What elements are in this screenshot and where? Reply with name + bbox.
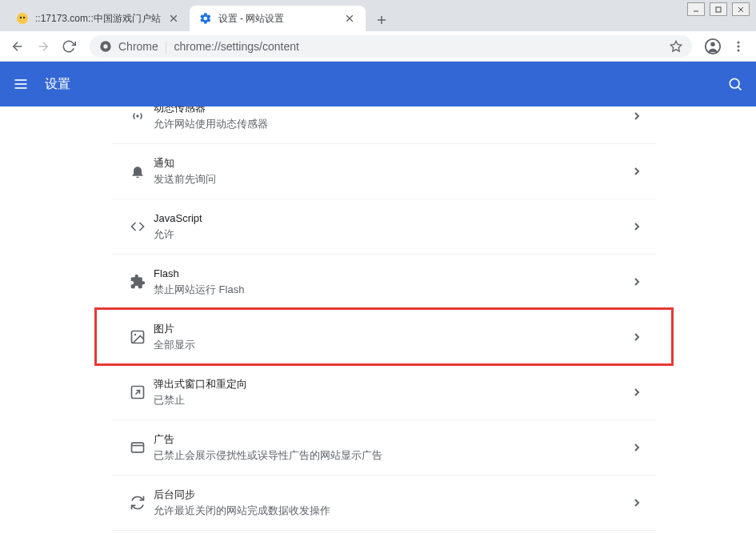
setting-subtitle: 已禁止 (154, 392, 634, 408)
svg-rect-1 (716, 7, 721, 12)
window-minimize[interactable] (687, 2, 705, 16)
setting-subtitle: 发送前先询问 (154, 171, 634, 187)
window-maximize[interactable] (710, 2, 727, 16)
setting-row-sensor[interactable]: 动态传感器允许网站使用动态传感器 (112, 106, 656, 143)
setting-row-code[interactable]: JavaScript允许 (112, 199, 656, 254)
svg-point-6 (23, 17, 25, 18)
image-icon (122, 329, 154, 345)
svg-marker-17 (670, 41, 681, 51)
tab-close-icon[interactable] (167, 12, 180, 25)
setting-title: 图片 (154, 321, 634, 337)
setting-subtitle: 允许网站使用动态传感器 (154, 116, 634, 132)
svg-point-22 (738, 49, 740, 51)
setting-title: 动态传感器 (154, 106, 634, 116)
tab-17173[interactable]: ::17173.com::中国游戏门户站 (6, 6, 190, 31)
back-button[interactable] (6, 35, 29, 58)
chevron-right-icon (634, 277, 640, 287)
origin-label: Chrome (118, 40, 158, 53)
search-icon[interactable] (727, 76, 743, 92)
toolbar: Chrome | chrome://settings/content (0, 31, 756, 62)
code-icon (122, 219, 154, 235)
setting-title: 广告 (154, 432, 634, 448)
setting-title: JavaScript (154, 211, 634, 227)
svg-point-20 (738, 41, 740, 43)
tab-strip: ::17173.com::中国游戏门户站 设置 - 网站设置 (0, 0, 756, 31)
bell-icon (122, 163, 154, 179)
svg-point-26 (730, 78, 739, 88)
svg-point-5 (20, 17, 22, 18)
chevron-right-icon (634, 332, 640, 342)
reload-button[interactable] (58, 35, 80, 58)
settings-header: 设置 (0, 62, 756, 106)
ad-icon (122, 440, 154, 456)
setting-subtitle: 全部显示 (154, 337, 634, 353)
page-title: 设置 (45, 76, 70, 93)
window-close[interactable] (732, 2, 750, 16)
svg-line-27 (738, 87, 742, 90)
forward-button[interactable] (32, 35, 54, 58)
settings-list: 动态传感器允许网站使用动态传感器通知发送前先询问JavaScript允许Flas… (112, 106, 656, 542)
setting-title: 后台同步 (154, 487, 634, 503)
setting-subtitle: 禁止网站运行 Flash (154, 282, 634, 298)
menu-button[interactable] (727, 35, 750, 58)
tab-title: ::17173.com::中国游戏门户站 (35, 12, 161, 26)
hamburger-icon[interactable] (13, 76, 29, 92)
chevron-right-icon (634, 222, 640, 231)
chevron-right-icon (634, 498, 640, 508)
chevron-right-icon (634, 443, 640, 452)
chevron-right-icon (634, 111, 640, 121)
setting-row-bell[interactable]: 通知发送前先询问 (112, 143, 656, 199)
setting-subtitle: 允许最近关闭的网站完成数据收发操作 (154, 503, 634, 519)
popup-icon (122, 384, 154, 400)
omnibox[interactable]: Chrome | chrome://settings/content (90, 35, 692, 58)
favicon-gear-icon (199, 12, 212, 25)
svg-point-19 (710, 42, 715, 46)
omnibox-url: chrome://settings/content (174, 40, 298, 53)
favicon-17173 (16, 12, 29, 25)
chrome-icon (99, 40, 112, 53)
profile-button[interactable] (702, 35, 724, 58)
extension-icon (122, 274, 154, 290)
setting-row-extension[interactable]: Flash禁止网站运行 Flash (112, 254, 656, 309)
chevron-right-icon (634, 387, 640, 397)
svg-point-16 (103, 44, 107, 48)
svg-point-21 (738, 45, 740, 47)
svg-point-4 (17, 13, 28, 24)
setting-title: 弹出式窗口和重定向 (154, 376, 634, 392)
setting-title: 通知 (154, 155, 634, 171)
setting-row-sound[interactable]: 声音允许网站播放声音 (112, 530, 656, 542)
setting-subtitle: 已禁止会展示侵扰性或误导性广告的网站显示广告 (154, 448, 634, 464)
chevron-right-icon (634, 167, 640, 176)
bookmark-star-icon[interactable] (670, 40, 682, 53)
tab-settings[interactable]: 设置 - 网站设置 (190, 6, 366, 31)
setting-subtitle: 允许 (154, 227, 634, 243)
setting-row-popup[interactable]: 弹出式窗口和重定向已禁止 (112, 364, 656, 420)
tab-title: 设置 - 网站设置 (218, 12, 337, 26)
sync-icon (122, 495, 154, 511)
sensor-icon (122, 108, 154, 124)
setting-row-ad[interactable]: 广告已禁止会展示侵扰性或误导性广告的网站显示广告 (112, 420, 656, 475)
setting-row-image[interactable]: 图片全部显示 (112, 309, 656, 364)
tab-close-icon[interactable] (343, 12, 356, 25)
new-tab-button[interactable] (370, 9, 393, 31)
setting-title: Flash (154, 266, 634, 282)
setting-row-sync[interactable]: 后台同步允许最近关闭的网站完成数据收发操作 (112, 475, 656, 530)
